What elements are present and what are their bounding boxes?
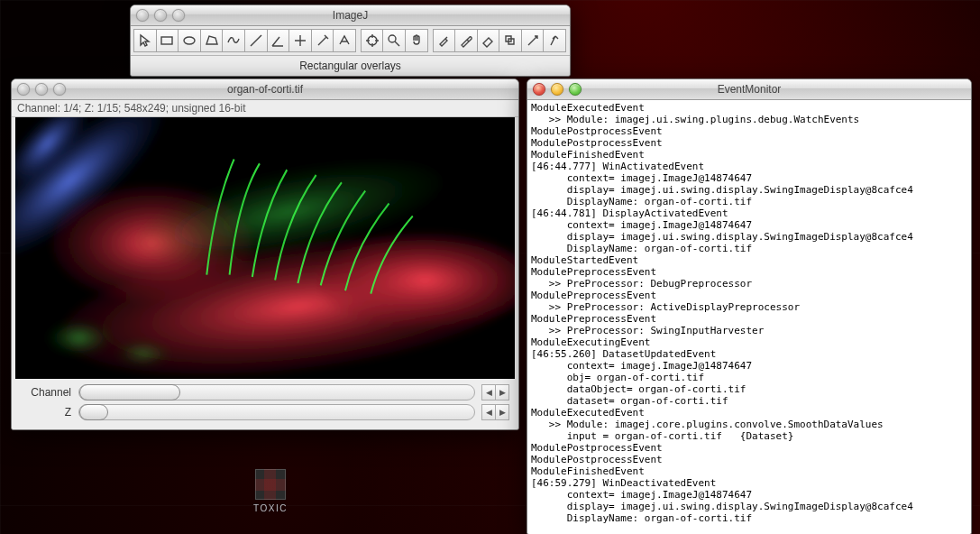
log-line: >> Module: imagej.core.plugins.convolve.… [531, 419, 967, 430]
log-line: ModulePostprocessEvent [531, 125, 967, 137]
minimize-button[interactable] [551, 83, 563, 96]
tool-dev[interactable] [543, 29, 566, 52]
log-line: >> PreProcessor: DebugPreprocessor [531, 278, 967, 290]
window-event-monitor: EventMonitor ModuleExecutedEvent >> Modu… [527, 78, 972, 534]
titlebar-imagej[interactable]: ImageJ [131, 5, 570, 26]
log-line: context= imagej.ImageJ@14874647 [531, 219, 967, 231]
tool-oval[interactable] [178, 29, 201, 52]
tool-magnifier[interactable] [382, 29, 406, 52]
tool-crosshair[interactable] [361, 29, 384, 52]
svg-point-12 [115, 341, 170, 366]
slider-channel[interactable] [78, 384, 475, 400]
window-image: organ-of-corti.tif Channel: 1/4; Z: 1/15… [11, 78, 519, 430]
image-meta: Channel: 1/4; Z: 1/15; 548x249; unsigned… [12, 100, 518, 117]
log-line: ModulePreprocessEvent [531, 266, 967, 278]
log-line: DisplayName: organ-of-corti.tif [531, 243, 967, 254]
sliders: Channel ◀ ▶ Z ◀ ▶ [12, 379, 518, 429]
desktop-icon-toxic[interactable]: TOXIC [243, 469, 298, 513]
imagej-status: Rectangular overlays [131, 56, 570, 77]
zoom-button[interactable] [53, 83, 66, 96]
log-line: ModulePostprocessEvent [531, 454, 967, 465]
window-title: organ-of-corti.tif [12, 83, 518, 96]
slider-thumb-z[interactable] [79, 404, 108, 420]
tool-stack-next[interactable] [499, 29, 522, 52]
titlebar-monitor[interactable]: EventMonitor [527, 79, 971, 100]
tool-dropper[interactable] [454, 29, 478, 52]
log-line: ModuleFinishedEvent [531, 465, 967, 477]
tool-paint[interactable] [433, 29, 456, 52]
event-log[interactable]: ModuleExecutedEvent >> Module: imagej.ui… [527, 100, 971, 534]
log-line: DisplayName: organ-of-corti.tif [531, 512, 967, 524]
close-button[interactable] [136, 9, 149, 22]
log-line: ModuleExecutedEvent [531, 407, 967, 419]
slider-label-z: Z [21, 406, 71, 419]
window-controls [17, 83, 66, 96]
log-line: DisplayName: organ-of-corti.tif [531, 196, 967, 207]
slider-left-z[interactable]: ◀ [481, 404, 496, 420]
minimize-button[interactable] [35, 83, 48, 96]
minimize-button[interactable] [154, 9, 167, 22]
svg-point-3 [389, 35, 396, 42]
log-line: obj= organ-of-corti.tif [531, 372, 967, 383]
titlebar-image[interactable]: organ-of-corti.tif [12, 79, 518, 100]
log-line: [46:59.279] WinDeactivatedEvent [531, 477, 967, 489]
cube-icon [255, 469, 286, 500]
tool-text[interactable] [333, 29, 356, 52]
slider-left-channel[interactable]: ◀ [481, 384, 496, 400]
slider-row-channel: Channel ◀ ▶ [21, 384, 509, 400]
zoom-button[interactable] [172, 9, 185, 22]
log-line: dataset= organ-of-corti.tif [531, 395, 967, 407]
log-line: ModulePostprocessEvent [531, 442, 967, 454]
close-button[interactable] [17, 83, 30, 96]
slider-label-channel: Channel [21, 386, 71, 399]
log-line: ModuleFinishedEvent [531, 149, 967, 161]
log-line: display= imagej.ui.swing.display.SwingIm… [531, 231, 967, 243]
log-line: ModulePreprocessEvent [531, 313, 967, 325]
window-title: EventMonitor [527, 83, 971, 96]
log-line: dataObject= organ-of-corti.tif [531, 383, 967, 395]
log-line: context= imagej.ImageJ@14874647 [531, 172, 967, 184]
log-line: ModulePostprocessEvent [531, 137, 967, 149]
tool-angle[interactable] [267, 29, 290, 52]
svg-point-11 [47, 321, 111, 354]
log-line: input = organ-of-corti.tif {Dataset} [531, 430, 967, 442]
log-line: [46:55.260] DatasetUpdatedEvent [531, 348, 967, 360]
tool-wand[interactable] [311, 29, 334, 52]
slider-right-z[interactable]: ▶ [495, 404, 509, 420]
window-imagej: ImageJ Rectangular overlays [130, 5, 571, 77]
image-canvas[interactable] [15, 117, 515, 379]
slider-thumb-channel[interactable] [79, 384, 180, 400]
tool-point[interactable] [289, 29, 312, 52]
log-line: [46:44.781] DisplayActivatedEvent [531, 207, 967, 219]
window-controls [533, 83, 582, 96]
window-controls [136, 9, 185, 22]
log-line: [46:44.777] WinActivatedEvent [531, 161, 967, 172]
window-title: ImageJ [131, 9, 570, 22]
log-line: context= imagej.ImageJ@14874647 [531, 489, 967, 501]
log-line: ModulePreprocessEvent [531, 290, 967, 301]
desktop-icon-label: TOXIC [253, 503, 288, 513]
zoom-button[interactable] [569, 83, 582, 96]
log-line: >> PreProcessor: ActiveDisplayPreprocess… [531, 301, 967, 313]
slider-arrows-channel: ◀ ▶ [482, 384, 509, 400]
tool-eraser[interactable] [477, 29, 500, 52]
tool-rectangle[interactable] [156, 29, 179, 52]
tool-line[interactable] [244, 29, 268, 52]
close-button[interactable] [533, 83, 545, 96]
svg-rect-0 [161, 37, 172, 44]
log-line: ModuleExecutingEvent [531, 336, 967, 348]
tool-polygon[interactable] [200, 29, 224, 52]
imagej-toolbar [131, 26, 570, 56]
slider-right-channel[interactable]: ▶ [495, 384, 509, 400]
log-line: context= imagej.ImageJ@14874647 [531, 360, 967, 372]
log-line: ModuleStartedEvent [531, 254, 967, 266]
tool-hand[interactable] [405, 29, 428, 52]
log-line: ModuleExecutedEvent [531, 102, 967, 114]
tool-freehand[interactable] [222, 29, 245, 52]
tool-arrow-select[interactable] [133, 29, 157, 52]
slider-z[interactable] [78, 404, 475, 420]
log-line: >> PreProcessor: SwingInputHarvester [531, 325, 967, 336]
slider-row-z: Z ◀ ▶ [21, 404, 509, 420]
tool-stack-prev[interactable] [521, 29, 545, 52]
log-line: display= imagej.ui.swing.display.SwingIm… [531, 501, 967, 512]
